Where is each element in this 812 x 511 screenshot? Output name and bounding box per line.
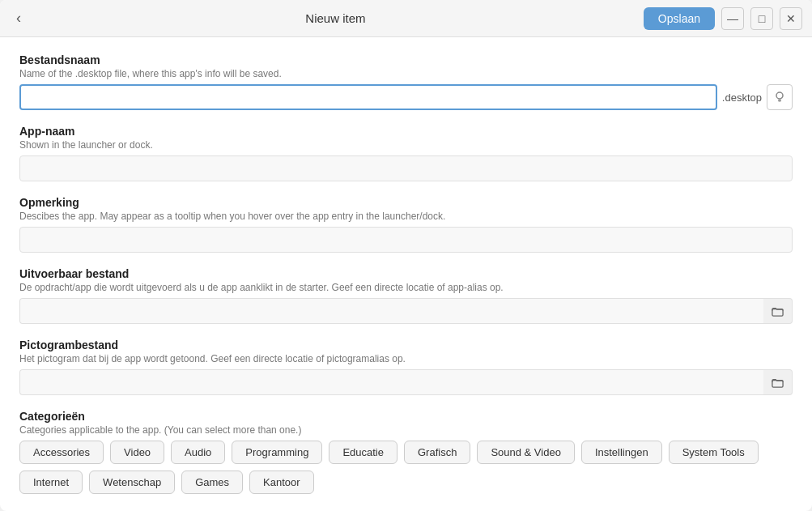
- close-button[interactable]: ✕: [780, 7, 802, 30]
- categorieen-label: Categorieën: [19, 410, 793, 423]
- window-title: Nieuw item: [305, 11, 365, 25]
- uitvoerbaar-input-row: [19, 298, 793, 324]
- categorieen-desc: Categories applicable to the app. (You c…: [19, 424, 793, 436]
- category-btn-instellingen[interactable]: Instellingen: [581, 441, 662, 464]
- bestandsnaam-icon-button[interactable]: [767, 84, 793, 110]
- bestandsnaam-desc: Name of the .desktop file, where this ap…: [19, 68, 793, 79]
- pictogram-desc: Het pictogram dat bij de app wordt getoo…: [19, 353, 793, 364]
- save-button[interactable]: Opslaan: [644, 7, 715, 30]
- bestandsnaam-input[interactable]: [19, 84, 717, 110]
- appnaam-input[interactable]: [19, 155, 793, 181]
- opmerking-field-group: Opmerking Descibes the app. May appear a…: [19, 196, 793, 253]
- category-btn-accessories[interactable]: Accessories: [19, 441, 104, 464]
- category-btn-video[interactable]: Video: [110, 441, 164, 464]
- uitvoerbaar-desc: De opdracht/app die wordt uitgevoerd als…: [19, 282, 793, 293]
- appnaam-desc: Shown in the launcher or dock.: [19, 139, 793, 151]
- folder-icon: [772, 305, 784, 317]
- svg-rect-4: [772, 380, 783, 386]
- minimize-button[interactable]: —: [721, 7, 744, 30]
- desktop-suffix: .desktop: [722, 92, 762, 104]
- bestandsnaam-label: Bestandsnaam: [19, 53, 793, 66]
- uitvoerbaar-field-group: Uitvoerbaar bestand De opdracht/app die …: [19, 267, 793, 324]
- titlebar-right: Opslaan — □ ✕: [644, 7, 802, 30]
- titlebar: ‹ Nieuw item Opslaan — □ ✕: [0, 0, 812, 37]
- category-btn-internet[interactable]: Internet: [19, 471, 83, 494]
- opmerking-desc: Descibes the app. May appear as a toolti…: [19, 211, 793, 222]
- uitvoerbaar-label: Uitvoerbaar bestand: [19, 267, 793, 280]
- pictogram-browse-button[interactable]: [763, 369, 793, 395]
- categorieen-field-group: Categorieën Categories applicable to the…: [19, 410, 793, 494]
- category-btn-audio[interactable]: Audio: [171, 441, 225, 464]
- svg-point-0: [776, 92, 783, 99]
- svg-rect-1: [778, 100, 781, 101]
- appnaam-label: App-naam: [19, 125, 793, 138]
- categories-grid: AccessoriesVideoAudioProgrammingEducatie…: [19, 441, 793, 494]
- appnaam-field-group: App-naam Shown in the launcher or dock.: [19, 125, 793, 181]
- pictogram-field-group: Pictogrambestand Het pictogram dat bij d…: [19, 339, 793, 395]
- pictogram-input[interactable]: [19, 369, 763, 395]
- svg-rect-2: [779, 101, 781, 102]
- lightbulb-icon: [773, 91, 786, 104]
- content-area: Bestandsnaam Name of the .desktop file, …: [0, 37, 812, 511]
- category-btn-educatie[interactable]: Educatie: [329, 441, 397, 464]
- titlebar-left: ‹: [10, 6, 28, 30]
- category-btn-grafisch[interactable]: Grafisch: [404, 441, 470, 464]
- uitvoerbaar-browse-button[interactable]: [763, 298, 793, 324]
- category-btn-kantoor[interactable]: Kantoor: [249, 471, 314, 494]
- svg-rect-3: [772, 309, 783, 315]
- main-window: ‹ Nieuw item Opslaan — □ ✕ Bestandsnaam …: [0, 0, 812, 511]
- pictogram-label: Pictogrambestand: [19, 339, 793, 351]
- opmerking-input[interactable]: [19, 227, 793, 253]
- category-btn-programming[interactable]: Programming: [232, 441, 322, 464]
- category-btn-wetenschap[interactable]: Wetenschap: [89, 471, 175, 494]
- maximize-button[interactable]: □: [750, 7, 773, 30]
- uitvoerbaar-input[interactable]: [19, 298, 763, 324]
- folder-icon-2: [772, 377, 784, 389]
- category-btn-games[interactable]: Games: [181, 471, 243, 494]
- bestandsnaam-field-group: Bestandsnaam Name of the .desktop file, …: [19, 53, 793, 110]
- pictogram-input-row: [19, 369, 793, 395]
- category-btn-sound-video[interactable]: Sound & Video: [477, 441, 575, 464]
- category-btn-system-tools[interactable]: System Tools: [669, 441, 759, 464]
- opmerking-label: Opmerking: [19, 196, 793, 209]
- back-button[interactable]: ‹: [10, 6, 28, 30]
- bestandsnaam-input-row: .desktop: [19, 84, 793, 110]
